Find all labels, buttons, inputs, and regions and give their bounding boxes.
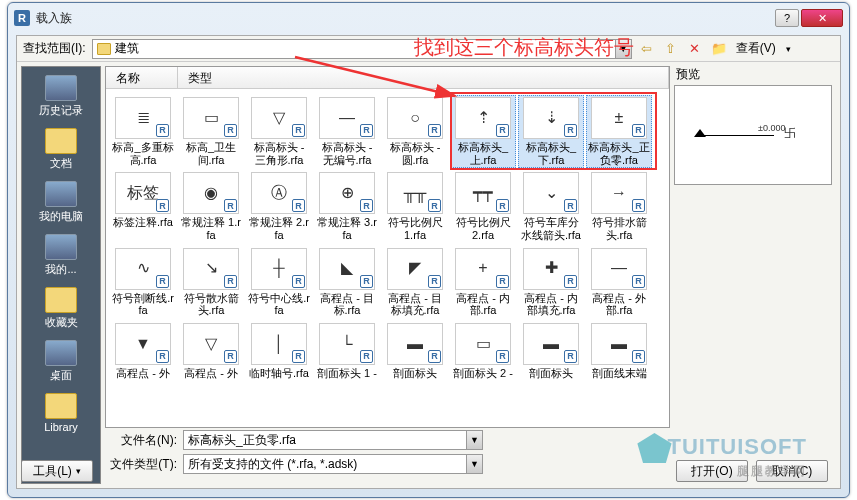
file-item[interactable]: └R剖面标头 1 - bbox=[314, 321, 380, 382]
path-bar: 查找范围(I): 建筑 ▼ ⇦ ⇧ ✕ 📁 查看(V) ▾ bbox=[17, 36, 840, 62]
file-item[interactable]: ⌄R符号车库分水线箭头.rfa bbox=[518, 170, 584, 243]
sidebar-item[interactable]: 文档 bbox=[25, 124, 97, 175]
file-item[interactable]: ▼R高程点 - 外 bbox=[110, 321, 176, 382]
file-item[interactable]: ±R标高标头_正负零.rfa bbox=[586, 95, 652, 168]
open-button[interactable]: 打开(O) bbox=[676, 460, 748, 482]
file-item[interactable]: ▽R高程点 - 外 bbox=[178, 321, 244, 382]
dialog-body: 查找范围(I): 建筑 ▼ ⇦ ⇧ ✕ 📁 查看(V) ▾ 历史记录文档我的电脑… bbox=[16, 35, 841, 489]
column-type[interactable]: 类型 bbox=[178, 67, 669, 88]
file-item[interactable]: ≣R标高_多重标高.rfa bbox=[110, 95, 176, 168]
file-item[interactable]: ◤R高程点 - 目标填充.rfa bbox=[382, 246, 448, 319]
filename-input[interactable]: 标高标头_正负零.rfa ▼ bbox=[183, 430, 483, 450]
file-thumbnail: ±R bbox=[591, 97, 647, 139]
file-name-label: 剖面标头 1 - bbox=[317, 367, 377, 380]
revit-badge-icon: R bbox=[428, 275, 441, 288]
file-name-label: 高程点 - 目标填充.rfa bbox=[384, 292, 446, 317]
sidebar-item-label: 我的... bbox=[45, 262, 76, 277]
new-folder-icon[interactable]: 📁 bbox=[710, 40, 728, 58]
file-item[interactable]: ∿R符号剖断线.rfa bbox=[110, 246, 176, 319]
revit-badge-icon: R bbox=[156, 275, 169, 288]
view-dropdown-icon[interactable]: ▾ bbox=[784, 44, 793, 54]
sidebar-item[interactable]: 桌面 bbox=[25, 336, 97, 387]
file-item[interactable]: ▬R剖面线末端 bbox=[586, 321, 652, 382]
preview-image: ±0.000 卐 bbox=[674, 85, 832, 185]
file-item[interactable]: ◣R高程点 - 目标.rfa bbox=[314, 246, 380, 319]
file-thumbnail: ✚R bbox=[523, 248, 579, 290]
file-item[interactable]: +R高程点 - 内部.rfa bbox=[450, 246, 516, 319]
file-thumbnail: ⇡R bbox=[455, 97, 511, 139]
sidebar-item[interactable]: Library bbox=[25, 389, 97, 437]
file-name-label: 符号比例尺 2.rfa bbox=[452, 216, 514, 241]
file-name-label: 标高_多重标高.rfa bbox=[112, 141, 174, 166]
revit-badge-icon: R bbox=[360, 199, 373, 212]
file-name-label: 符号车库分水线箭头.rfa bbox=[520, 216, 582, 241]
lookin-combo[interactable]: 建筑 ▼ bbox=[92, 39, 632, 59]
file-name-label: 常规注释 2.rfa bbox=[248, 216, 310, 241]
sidebar-item[interactable]: 收藏夹 bbox=[25, 283, 97, 334]
filetype-value: 所有受支持的文件 (*.rfa, *.adsk) bbox=[188, 456, 357, 473]
revit-badge-icon: R bbox=[564, 350, 577, 363]
file-list-header: 名称 类型 bbox=[106, 67, 669, 89]
file-item[interactable]: ✚R高程点 - 内部填充.rfa bbox=[518, 246, 584, 319]
revit-badge-icon: R bbox=[292, 275, 305, 288]
file-item[interactable]: 标签R标签注释.rfa bbox=[110, 170, 176, 243]
file-thumbnail: ▽R bbox=[183, 323, 239, 365]
revit-badge-icon: R bbox=[496, 199, 509, 212]
delete-icon[interactable]: ✕ bbox=[686, 40, 704, 58]
cancel-button[interactable]: 取消(C) bbox=[756, 460, 828, 482]
file-item[interactable]: ⇣R标高标头_下.rfa bbox=[518, 95, 584, 168]
close-button[interactable]: ✕ bbox=[801, 9, 843, 27]
file-thumbnail: ↘R bbox=[183, 248, 239, 290]
window-title: 载入族 bbox=[36, 10, 72, 27]
file-item[interactable]: ▭R标高_卫生间.rfa bbox=[178, 95, 244, 168]
file-item[interactable]: ▬R剖面标头 bbox=[382, 321, 448, 382]
file-name-label: 高程点 - 外 bbox=[184, 367, 238, 380]
column-name[interactable]: 名称 bbox=[106, 67, 178, 88]
file-item[interactable]: │R临时轴号.rfa bbox=[246, 321, 312, 382]
revit-badge-icon: R bbox=[428, 350, 441, 363]
monitor-icon bbox=[45, 75, 77, 101]
filetype-combo[interactable]: 所有受支持的文件 (*.rfa, *.adsk) ▼ bbox=[183, 454, 483, 474]
file-item[interactable]: ◉R常规注释 1.rfa bbox=[178, 170, 244, 243]
chevron-down-icon[interactable]: ▼ bbox=[466, 455, 482, 473]
up-icon[interactable]: ⇧ bbox=[662, 40, 680, 58]
sidebar-item[interactable]: 历史记录 bbox=[25, 71, 97, 122]
folder-icon bbox=[45, 287, 77, 313]
file-item[interactable]: →R符号排水箭头.rfa bbox=[586, 170, 652, 243]
file-item[interactable]: —R高程点 - 外部.rfa bbox=[586, 246, 652, 319]
file-item[interactable]: ▭R剖面标头 2 - bbox=[450, 321, 516, 382]
places-sidebar: 历史记录文档我的电脑我的...收藏夹桌面Library bbox=[21, 66, 101, 484]
file-thumbnail: ▽R bbox=[251, 97, 307, 139]
file-item[interactable]: ⒶR常规注释 2.rfa bbox=[246, 170, 312, 243]
file-name-label: 常规注释 3.rfa bbox=[316, 216, 378, 241]
file-item[interactable]: ▽R标高标头 - 三角形.rfa bbox=[246, 95, 312, 168]
file-grid[interactable]: ≣R标高_多重标高.rfa▭R标高_卫生间.rfa▽R标高标头 - 三角形.rf… bbox=[106, 89, 669, 427]
file-item[interactable]: ╥╥R符号比例尺 1.rfa bbox=[382, 170, 448, 243]
filename-value: 标高标头_正负零.rfa bbox=[188, 432, 296, 449]
help-button[interactable]: ? bbox=[775, 9, 799, 27]
folder-icon bbox=[45, 393, 77, 419]
file-item[interactable]: —R标高标头 - 无编号.rfa bbox=[314, 95, 380, 168]
file-item[interactable]: ┯┯R符号比例尺 2.rfa bbox=[450, 170, 516, 243]
file-item[interactable]: ▬R剖面标头 bbox=[518, 321, 584, 382]
file-item[interactable]: ⇡R标高标头_上.rfa bbox=[450, 95, 516, 168]
tools-button[interactable]: 工具(L)▾ bbox=[21, 460, 93, 482]
sidebar-item[interactable]: 我的... bbox=[25, 230, 97, 281]
file-name-label: 标高标头_上.rfa bbox=[452, 141, 514, 166]
sidebar-item-label: 我的电脑 bbox=[39, 209, 83, 224]
file-item[interactable]: ↘R符号散水箭头.rfa bbox=[178, 246, 244, 319]
chevron-down-icon[interactable]: ▼ bbox=[466, 431, 482, 449]
file-item[interactable]: ○R标高标头 - 圆.rfa bbox=[382, 95, 448, 168]
app-icon: R bbox=[14, 10, 30, 26]
chevron-down-icon[interactable]: ▼ bbox=[615, 40, 631, 58]
file-thumbnail: ▬R bbox=[591, 323, 647, 365]
file-item[interactable]: ┼R符号中心线.rfa bbox=[246, 246, 312, 319]
view-button[interactable]: 查看(V) bbox=[734, 40, 778, 57]
revit-badge-icon: R bbox=[632, 275, 645, 288]
sidebar-item[interactable]: 我的电脑 bbox=[25, 177, 97, 228]
file-name-label: 高程点 - 外部.rfa bbox=[588, 292, 650, 317]
back-icon[interactable]: ⇦ bbox=[638, 40, 656, 58]
file-name-label: 剖面标头 2 - bbox=[453, 367, 513, 380]
lookin-label: 查找范围(I): bbox=[23, 40, 86, 57]
file-item[interactable]: ⊕R常规注释 3.rfa bbox=[314, 170, 380, 243]
